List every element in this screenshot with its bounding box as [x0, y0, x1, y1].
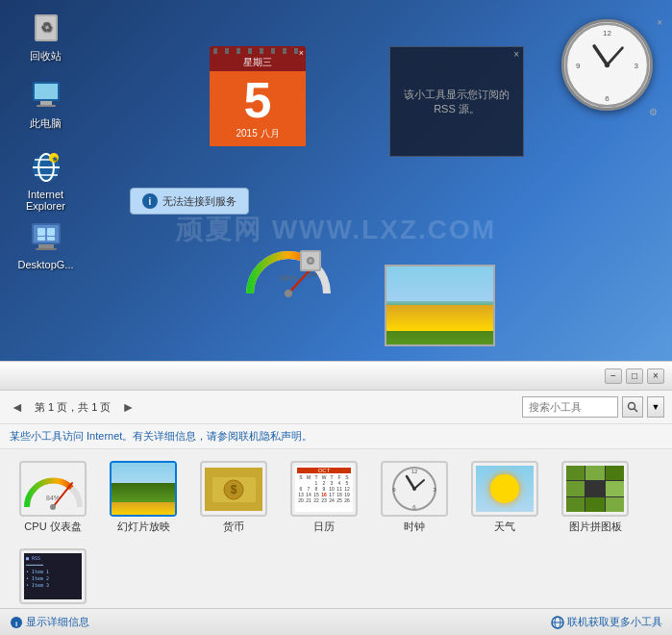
- sun-icon: [490, 474, 519, 503]
- source-preview: ■ RSS ━━━━━━ • Item 1 • Item 2 • Item 3: [24, 553, 82, 599]
- icon-label: Internet Explorer: [14, 189, 77, 212]
- panel-notice: 某些小工具访问 Internet。有关详细信息，请参阅联机隐私声明。: [0, 424, 672, 449]
- widget-label-currency: 货币: [223, 521, 244, 533]
- widget-item-puzzle[interactable]: 图片拼图板: [558, 461, 633, 533]
- widget-panel: − □ × ◄ 第 1 页，共 1 页 ► ▼ 某些小工具访问 Internet…: [0, 361, 672, 635]
- service-info-icon: i: [142, 193, 158, 209]
- search-button[interactable]: [622, 396, 643, 418]
- svg-rect-19: [47, 228, 55, 236]
- get-more-link[interactable]: 联机获取更多小工具: [551, 615, 662, 629]
- svg-text:12: 12: [411, 469, 417, 474]
- calendar-yearmonth: 2015 八月: [213, 127, 302, 140]
- svg-line-39: [635, 409, 638, 413]
- widget-label-calendar: 日历: [313, 521, 335, 533]
- desktop: 顽夏网 WWW.LXZ.COM ♻ 回收站 此电脑: [0, 0, 672, 375]
- svg-rect-15: [34, 225, 59, 242]
- svg-point-31: [285, 290, 292, 297]
- widget-item-clock[interactable]: 12 3 6 9 时钟: [377, 461, 452, 533]
- widget-item-slideshow[interactable]: 幻灯片放映: [106, 461, 181, 533]
- widget-grid: 84% CPU 仪表盘 幻灯片放映: [0, 449, 672, 632]
- widget-thumb-currency: $: [200, 461, 267, 517]
- next-page-button[interactable]: ►: [118, 397, 137, 417]
- close-button[interactable]: ×: [647, 368, 664, 384]
- slideshow-preview: [112, 461, 175, 517]
- svg-text:i: i: [15, 619, 17, 627]
- desktop-icon-desktopg[interactable]: DesktopG...: [14, 219, 77, 270]
- rss-text: 该小工具显示您订阅的 RSS 源。: [398, 88, 515, 116]
- get-more-label: 联机获取更多小工具: [567, 615, 662, 629]
- photo-widget: [385, 265, 495, 346]
- svg-text:84%: 84%: [280, 273, 297, 283]
- calendar-dayname: 星期三: [243, 57, 272, 67]
- rss-close-button[interactable]: ×: [513, 49, 519, 60]
- widget-item-cpu[interactable]: 84% CPU 仪表盘: [15, 461, 90, 533]
- weather-preview: [476, 466, 534, 512]
- widget-label-cpu: CPU 仪表盘: [24, 521, 81, 533]
- ie-icon: ★: [28, 149, 64, 186]
- search-box: ▼: [522, 396, 664, 418]
- widget-thumb-source: ■ RSS ━━━━━━ • Item 1 • Item 2 • Item 3: [19, 548, 87, 604]
- svg-rect-21: [47, 237, 55, 241]
- widget-thumb-calendar: OCT SMTWTFS 12345 6789101112 13141516171…: [290, 461, 358, 517]
- widget-thumb-weather: [471, 461, 538, 517]
- svg-text:84%: 84%: [45, 495, 59, 501]
- show-details-label: 显示详细信息: [26, 615, 89, 629]
- calendar-body: 5 2015 八月: [210, 71, 306, 146]
- prev-page-button[interactable]: ◄: [8, 397, 27, 417]
- recycle-icon: ♻: [28, 10, 64, 46]
- widget-item-weather[interactable]: 天气: [467, 461, 542, 533]
- calendar-header: 星期三 ×: [210, 46, 306, 71]
- widget-item-calendar[interactable]: OCT SMTWTFS 12345 6789101112 13141516171…: [286, 461, 361, 533]
- desktop-icon-recycle[interactable]: ♻ 回收站: [14, 10, 77, 64]
- clock-gear-icon[interactable]: ⚙: [649, 107, 658, 117]
- cpu-gauge-widget: 84% 70%: [240, 231, 336, 308]
- clock-widget: × 12 3 6 9 ⚙: [561, 19, 658, 115]
- restore-button[interactable]: □: [626, 368, 643, 384]
- minimize-button[interactable]: −: [605, 368, 622, 384]
- clock-close-button[interactable]: ×: [657, 17, 662, 28]
- desktop-icon-ie[interactable]: ★ Internet Explorer: [14, 149, 77, 212]
- show-details-link[interactable]: i 显示详细信息: [10, 615, 89, 629]
- svg-rect-20: [37, 237, 45, 241]
- svg-point-36: [309, 259, 312, 263]
- widget-item-currency[interactable]: $ 货币: [196, 461, 271, 533]
- calendar-day: 5: [213, 75, 302, 125]
- svg-point-41: [50, 504, 56, 510]
- calendar-preview: OCT SMTWTFS 12345 6789101112 13141516171…: [295, 466, 353, 512]
- icon-label: 回收站: [30, 49, 62, 64]
- svg-point-38: [629, 403, 635, 410]
- desktop-icon-computer[interactable]: 此电脑: [14, 77, 77, 131]
- details-icon: i: [10, 616, 23, 629]
- svg-text:3: 3: [635, 62, 639, 70]
- panel-titlebar: − □ ×: [0, 362, 672, 391]
- panel-controls: − □ ×: [605, 368, 664, 384]
- service-widget: i 无法连接到服务: [130, 188, 249, 215]
- icon-label: 此电脑: [30, 116, 62, 131]
- desktopg-icon: [28, 219, 64, 256]
- widget-thumb-puzzle: [561, 461, 629, 517]
- service-text: 无法连接到服务: [162, 194, 236, 209]
- computer-icon: [28, 77, 64, 114]
- svg-rect-4: [35, 84, 58, 99]
- icon-label: DesktopG...: [17, 259, 73, 270]
- svg-text:9: 9: [576, 62, 581, 70]
- calendar-widget: 星期三 × 5 2015 八月: [210, 46, 306, 146]
- svg-text:6: 6: [605, 94, 610, 103]
- svg-rect-16: [38, 244, 54, 248]
- svg-point-54: [412, 487, 416, 491]
- svg-rect-17: [36, 248, 57, 250]
- search-input[interactable]: [522, 396, 618, 418]
- svg-point-29: [605, 63, 610, 67]
- search-dropdown-button[interactable]: ▼: [647, 396, 664, 418]
- panel-toolbar: ◄ 第 1 页，共 1 页 ► ▼: [0, 391, 672, 424]
- panel-footer: i 显示详细信息 联机获取更多小工具: [0, 608, 672, 635]
- page-info: 第 1 页，共 1 页: [35, 400, 111, 415]
- widget-thumb-clock: 12 3 6 9: [381, 461, 448, 517]
- widget-label-weather: 天气: [494, 521, 515, 533]
- svg-text:12: 12: [603, 29, 611, 38]
- calendar-close-button[interactable]: ×: [299, 48, 304, 58]
- globe-icon: [551, 616, 564, 629]
- widget-label-clock: 时钟: [404, 521, 425, 533]
- svg-text:70%: 70%: [304, 271, 317, 278]
- rss-widget: × 该小工具显示您订阅的 RSS 源。: [389, 46, 524, 157]
